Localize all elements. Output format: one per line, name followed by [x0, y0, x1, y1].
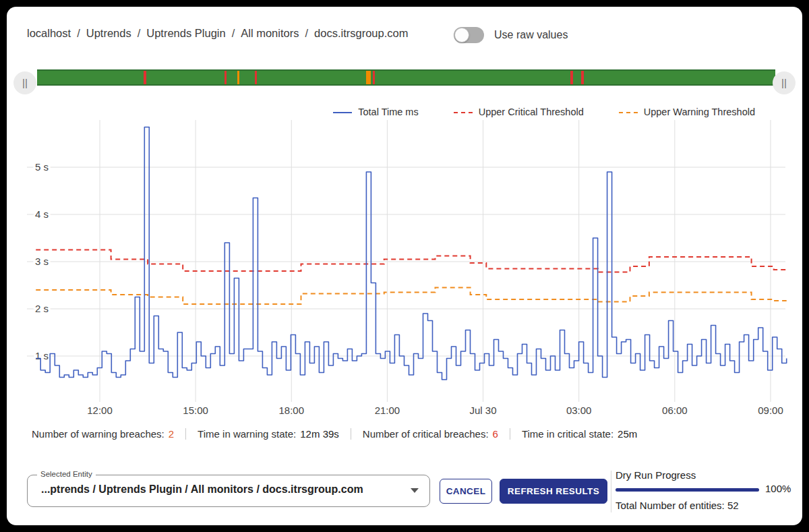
breadcrumb-item[interactable]: docs.itrsgroup.com — [314, 27, 408, 39]
x-axis-tick-label: Jul 30 — [470, 405, 497, 416]
y-axis-tick-label: 4 s — [35, 208, 49, 220]
use-raw-values-label: Use raw values — [494, 29, 568, 41]
y-axis-tick-label: 1 s — [35, 350, 49, 361]
breadcrumb-item[interactable]: localhost — [27, 27, 71, 39]
progress-percent: 100% — [765, 483, 791, 494]
x-axis-tick-label: 09:00 — [758, 405, 783, 416]
upper-critical-threshold-line — [36, 250, 787, 272]
x-axis-tick-label: 06:00 — [662, 405, 688, 416]
timeline-breach-marker — [570, 71, 573, 84]
stat-warning-breaches: Number of warning breaches:2 — [32, 428, 185, 440]
breadcrumb-separator: / — [71, 27, 86, 39]
status-timeline-track[interactable] — [37, 69, 775, 86]
x-axis-tick-label: 03:00 — [566, 405, 592, 416]
chevron-down-icon — [411, 488, 419, 493]
timeline-breach-marker — [237, 71, 239, 84]
stat-value: 25m — [618, 428, 637, 440]
dry-run-progress-title: Dry Run Progress — [616, 469, 696, 481]
app-window: localhost/Uptrends/Uptrends Plugin/All m… — [7, 7, 802, 525]
selected-entity-value: ...ptrends / Uptrends Plugin / All monit… — [41, 483, 363, 496]
timeline-breach-marker — [224, 71, 227, 84]
x-axis-tick-label: 12:00 — [87, 405, 113, 416]
breadcrumb-item[interactable]: Uptrends Plugin — [146, 27, 225, 39]
time-series-chart[interactable]: 1 s2 s3 s4 s5 s12:0015:0018:0021:00Jul 3… — [7, 101, 802, 425]
breadcrumb-item[interactable]: All monitors — [241, 27, 299, 39]
upper-warning-threshold-line — [36, 288, 787, 305]
progress-fill — [616, 488, 759, 492]
selected-entity-label: Selected Entity — [37, 470, 96, 478]
stat-label: Time in critical state: — [522, 428, 613, 440]
x-axis-tick-label: 18:00 — [279, 405, 305, 416]
timeline-breach-marker — [366, 71, 371, 84]
timeline-left-handle[interactable]: || — [13, 71, 36, 94]
y-axis-tick-label: 5 s — [35, 161, 49, 173]
breadcrumb-separator: / — [226, 27, 241, 39]
stat-value: 6 — [493, 428, 498, 440]
toggle-knob — [454, 28, 469, 42]
stat-label: Number of warning breaches: — [32, 428, 164, 440]
x-axis-tick-label: 21:00 — [375, 405, 400, 416]
x-axis-tick-label: 15:00 — [183, 405, 208, 416]
dry-run-progress-bar — [616, 488, 759, 492]
stat-label: Time in warning state: — [198, 428, 296, 440]
timeline-right-handle[interactable]: || — [773, 71, 796, 94]
timeline-breach-marker — [373, 71, 375, 84]
timeline-breach-marker — [255, 71, 257, 84]
timeline-breach-marker — [144, 71, 146, 84]
refresh-results-button[interactable]: REFRESH RESULTS — [500, 479, 607, 504]
selected-entity-dropdown[interactable]: Selected Entity ...ptrends / Uptrends Pl… — [27, 475, 430, 507]
breadcrumb-item[interactable]: Uptrends — [86, 27, 131, 39]
breach-stats: Number of warning breaches:2 Time in war… — [32, 428, 649, 440]
total-entities-label: Total Number of entities: 52 — [616, 500, 739, 511]
stat-critical-time: Time in critical state:25m — [510, 428, 649, 440]
footer-divider — [611, 471, 611, 512]
breadcrumb: localhost/Uptrends/Uptrends Plugin/All m… — [27, 27, 408, 40]
stat-critical-breaches: Number of critical breaches:6 — [351, 428, 510, 440]
timeline-breach-marker — [581, 71, 584, 84]
breadcrumb-separator: / — [131, 27, 147, 39]
chart-gridlines: 1 s2 s3 s4 s5 s12:0015:0018:0021:00Jul 3… — [27, 120, 785, 416]
stat-value: 2 — [169, 428, 174, 440]
y-axis-tick-label: 2 s — [35, 303, 49, 314]
stat-label: Number of critical breaches: — [363, 428, 489, 440]
stat-warning-time: Time in warning state:12m 39s — [185, 428, 351, 440]
use-raw-values-toggle[interactable] — [454, 27, 484, 43]
cancel-button[interactable]: CANCEL — [440, 479, 492, 504]
stat-value: 12m 39s — [300, 428, 339, 440]
y-axis-tick-label: 3 s — [35, 256, 49, 267]
breadcrumb-separator: / — [299, 27, 314, 39]
total-time-series-line — [36, 127, 787, 380]
